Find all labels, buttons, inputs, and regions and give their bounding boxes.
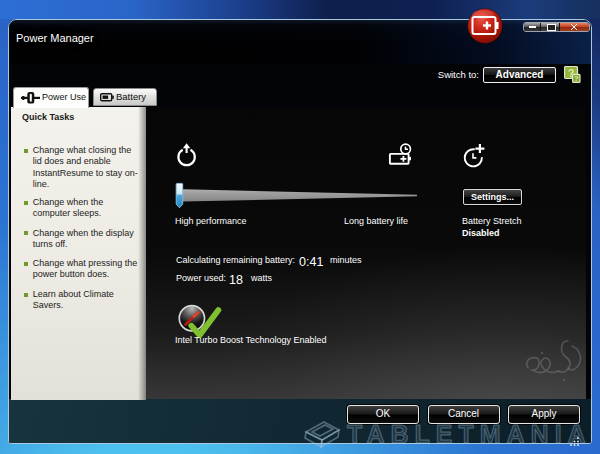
svg-text:?: ? <box>574 74 579 83</box>
